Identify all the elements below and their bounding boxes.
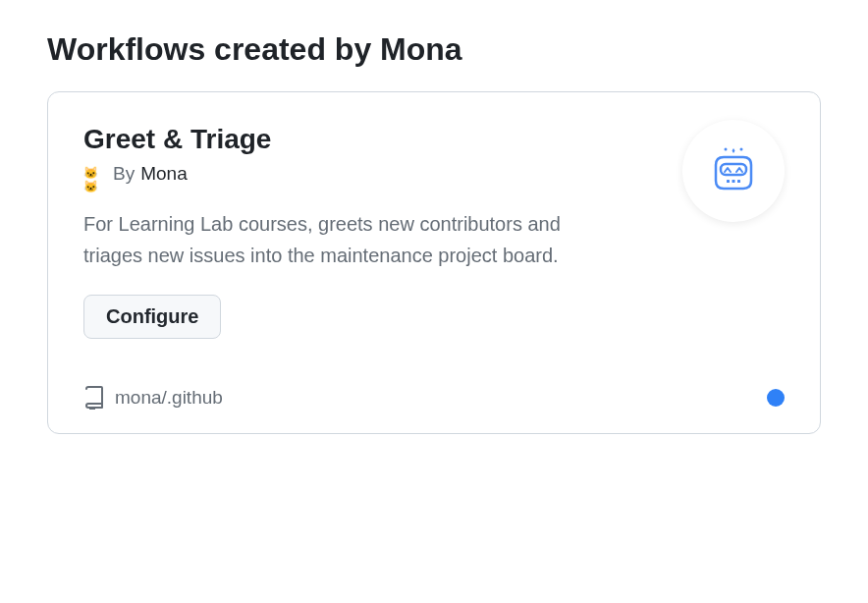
svg-rect-4 [732,180,735,183]
byline-prefix: By [113,163,135,185]
svg-point-1 [740,148,743,151]
author-avatar-icon: 🐱🐱 [83,166,107,182]
hubot-icon [706,147,761,194]
workflow-card: Greet & Triage 🐱🐱 By Mona For Learning L… [47,91,821,434]
workflow-title: Greet & Triage [83,124,682,155]
author-name[interactable]: Mona [140,163,188,185]
repo-icon [83,386,105,410]
svg-rect-3 [727,180,730,183]
workflow-avatar [682,120,785,222]
status-dot-icon [767,389,785,407]
svg-rect-5 [737,180,740,183]
workflow-description: For Learning Lab courses, greets new con… [83,208,614,271]
page-title: Workflows created by Mona [47,31,821,68]
repo-name: mona/.github [115,387,223,409]
repo-info[interactable]: mona/.github [83,386,223,410]
svg-rect-2 [721,164,746,175]
configure-button[interactable]: Configure [83,295,221,339]
byline: 🐱🐱 By Mona [83,163,682,185]
svg-point-0 [725,148,728,151]
